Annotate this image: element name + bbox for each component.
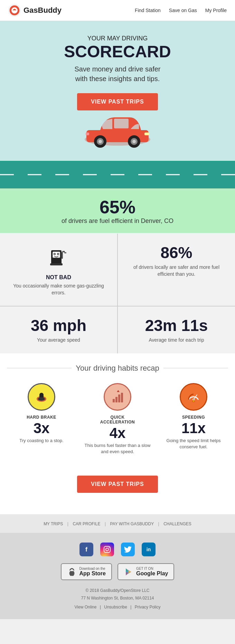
hard-brake-count: 3x	[7, 421, 76, 436]
nav-save-on-gas[interactable]: Save on Gas	[169, 8, 197, 13]
twitter-icon[interactable]	[121, 543, 135, 556]
footer-nav-my-trips[interactable]: MY TRIPS	[44, 521, 63, 526]
svg-point-36	[109, 547, 109, 548]
google-play-text: GET IT ON Google Play	[136, 567, 168, 577]
svg-rect-29	[118, 394, 120, 402]
footer-nav-challenges[interactable]: CHALLENGES	[163, 521, 191, 526]
speeding-count: 11x	[159, 421, 228, 436]
habits-title: Your driving habits recap	[7, 364, 228, 373]
gas-pump-icon	[7, 243, 110, 272]
svg-rect-27	[113, 399, 115, 402]
avg-time-value: 23m 11s	[125, 316, 228, 335]
hero-title: SCORECARD	[14, 43, 221, 60]
stats-grid: NOT BAD You occasionally make some gas-g…	[0, 234, 235, 353]
app-store-small: Download on the	[79, 567, 106, 570]
local-comparison-cell: 86% of drivers locally are safer and mor…	[118, 234, 235, 306]
svg-point-26	[38, 397, 45, 401]
svg-rect-28	[115, 397, 118, 402]
app-store-text: Download on the App Store	[79, 567, 106, 577]
svg-point-18	[54, 254, 55, 255]
main-nav: Find Station Save on Gas My Profile	[135, 8, 227, 13]
car-illustration	[14, 111, 221, 150]
hero-section: YOUR MAY DRIVING SCORECARD Save money an…	[0, 21, 235, 161]
view-past-trips-button-top[interactable]: VIEW PAST TRIPS	[77, 93, 158, 110]
svg-point-11	[132, 140, 136, 143]
svg-point-19	[57, 254, 58, 255]
view-online-link[interactable]: View Online	[75, 605, 97, 609]
svg-rect-21	[62, 251, 65, 252]
footer-links: View Online | Unsubscribe | Privacy Poli…	[7, 605, 228, 609]
speeding-label: SPEEDING	[159, 415, 228, 420]
google-play-name: Google Play	[136, 570, 168, 577]
footer-nav-car-profile[interactable]: CAR PROFILE	[73, 521, 100, 526]
google-play-button[interactable]: GET IT ON Google Play	[118, 563, 174, 580]
efficiency-description: of drivers are fuel efficient in Denver,…	[7, 217, 228, 225]
rating-cell: NOT BAD You occasionally make some gas-g…	[0, 234, 117, 306]
hard-brake-label: HARD BRAKE	[7, 415, 76, 420]
view-past-trips-button-bottom[interactable]: VIEW PAST TRIPS	[77, 476, 158, 493]
facebook-icon[interactable]: f	[79, 543, 93, 556]
habit-speeding: ! SPEEDING 11x Going the speed limit hel…	[159, 383, 228, 455]
habits-grid: HARD BRAKE 3x Try coasting to a stop. QU…	[7, 383, 228, 455]
habit-hard-brake: HARD BRAKE 3x Try coasting to a stop.	[7, 383, 76, 455]
play-icon	[124, 567, 133, 577]
svg-rect-5	[114, 119, 129, 128]
link-sep-1: |	[100, 605, 101, 609]
svg-rect-13	[86, 133, 89, 135]
hero-subtitle: YOUR MAY DRIVING	[14, 35, 221, 42]
logo-text: GasBuddy	[24, 6, 62, 15]
footer-sep-1: |	[67, 521, 68, 526]
avg-speed-label: Your average speed	[7, 337, 110, 344]
rating-description: You occasionally make some gas-guzzling …	[7, 283, 110, 296]
quick-accel-description: This burns fuel faster than a slow and e…	[83, 442, 152, 455]
footer-sep-2: |	[105, 521, 106, 526]
car-svg	[79, 111, 156, 149]
svg-point-8	[98, 140, 102, 143]
quick-accel-count: 4x	[83, 426, 152, 440]
logo: GasBuddy	[8, 4, 62, 17]
hard-brake-description: Try coasting to a stop.	[7, 438, 76, 444]
habits-section: Your driving habits recap HARD BRAKE 3x …	[0, 353, 235, 465]
road-dashes	[0, 174, 235, 175]
address-text: 77 N Washington St, Boston, MA 02114	[7, 595, 228, 602]
svg-rect-20	[62, 252, 63, 259]
avg-time-label: Average time for each trip	[125, 337, 228, 344]
road-section	[0, 161, 235, 188]
linkedin-icon[interactable]: in	[142, 543, 156, 556]
footer-sep-3: |	[158, 521, 159, 526]
svg-rect-30	[121, 393, 123, 402]
logo-icon	[8, 4, 21, 17]
quick-accel-label: QUICKACCELERATION	[83, 415, 152, 425]
nav-my-profile[interactable]: My Profile	[205, 8, 227, 13]
social-icons-row: f in	[7, 543, 228, 556]
local-percent: 86%	[125, 243, 228, 262]
privacy-policy-link[interactable]: Privacy Policy	[135, 605, 161, 609]
app-store-button[interactable]: Download on the App Store	[61, 563, 112, 580]
header: GasBuddy Find Station Save on Gas My Pro…	[0, 0, 235, 21]
footer-nav-pay[interactable]: PAY WITH GASBUDDY	[110, 521, 154, 526]
unsubscribe-link[interactable]: Unsubscribe	[104, 605, 127, 609]
app-store-name: App Store	[79, 570, 106, 577]
instagram-icon[interactable]	[100, 543, 114, 556]
store-buttons-row: Download on the App Store GET IT ON Goog…	[7, 563, 228, 580]
svg-point-35	[106, 548, 109, 551]
footer-nav: MY TRIPS | CAR PROFILE | PAY WITH GASBUD…	[0, 514, 235, 533]
hero-description: Save money and drive saferwith these ins…	[14, 64, 221, 84]
google-play-small: GET IT ON	[136, 567, 168, 570]
footer-social: f in Download on the App Store	[0, 533, 235, 619]
avg-time-cell: 23m 11s Average time for each trip	[118, 306, 235, 353]
svg-rect-22	[64, 252, 66, 253]
svg-rect-12	[144, 133, 149, 135]
link-sep-2: |	[130, 605, 131, 609]
hard-brake-icon	[28, 383, 55, 411]
svg-rect-23	[50, 263, 63, 265]
footer-copyright: © 2018 GasBuddy/OpenStore LLC 77 N Washi…	[7, 587, 228, 602]
rating-title: NOT BAD	[7, 274, 110, 281]
avg-speed-value: 36 mph	[7, 316, 110, 335]
cta-bottom: VIEW PAST TRIPS	[0, 465, 235, 514]
speeding-icon: !	[180, 383, 207, 411]
local-description: of drivers locally are safer and more fu…	[125, 264, 228, 277]
copyright-text: © 2018 GasBuddy/OpenStore LLC	[7, 587, 228, 595]
quick-accel-icon	[104, 383, 131, 411]
nav-find-station[interactable]: Find Station	[135, 8, 161, 13]
